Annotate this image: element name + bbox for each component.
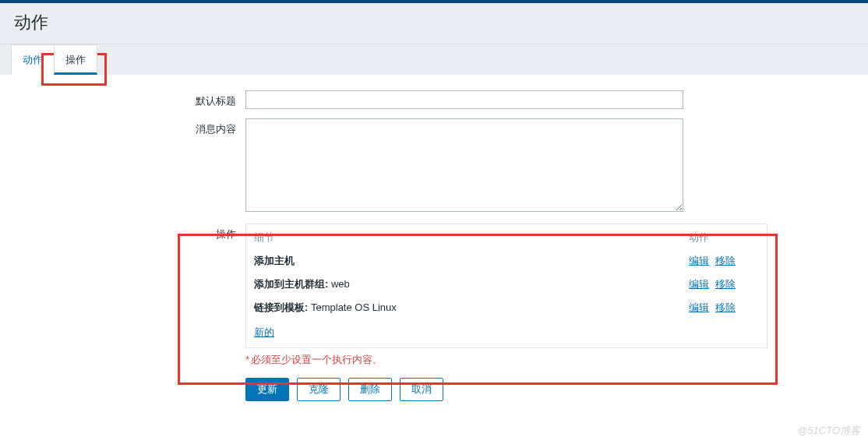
operations-table: 细节 动作 添加主机 编辑 移除 添加到主机群组: web [245,224,767,348]
button-row: 更新 克隆 删除 取消 [245,378,767,401]
col-header-action: 动作 [689,231,759,245]
tab-operations[interactable]: 操作 [54,44,97,75]
row-detail-bold: 链接到模板: [254,301,308,313]
page-header: 动作 [0,3,868,44]
remove-link[interactable]: 移除 [715,277,736,291]
delete-button[interactable]: 删除 [348,378,392,401]
label-default-subject: 默认标题 [0,90,245,108]
row-detail-suffix: web [328,278,349,290]
textarea-default-message[interactable] [245,118,683,212]
remove-link[interactable]: 移除 [715,301,736,315]
label-default-message: 消息内容 [0,118,245,136]
update-button[interactable]: 更新 [245,378,289,401]
page-title: 动作 [14,11,854,44]
table-row: 链接到模板: Template OS Linux 编辑 移除 [246,296,767,319]
new-operation-link[interactable]: 新的 [254,326,274,338]
cancel-button[interactable]: 取消 [400,378,443,401]
row-detail-bold: 添加主机 [254,255,295,266]
input-default-subject[interactable] [245,90,683,109]
row-detail-suffix: Template OS Linux [308,301,396,313]
col-header-detail: 细节 [254,231,689,245]
edit-link[interactable]: 编辑 [689,301,709,315]
tabs-container: 动作 操作 [0,44,868,75]
table-row: 添加到主机群组: web 编辑 移除 [246,273,767,296]
tab-action[interactable]: 动作 [11,44,55,75]
validation-message: *必须至少设置一个执行内容。 [245,348,767,378]
clone-button[interactable]: 克隆 [297,378,340,401]
row-detail-bold: 添加到主机群组: [254,278,328,290]
validation-text: 必须至少设置一个执行内容。 [251,354,383,365]
operations-header: 细节 动作 [246,224,767,249]
table-row: 添加主机 编辑 移除 [246,249,767,273]
form-content: 默认标题 消息内容 操作 细节 动作 添加主机 编辑 [0,75,868,434]
label-operations: 操作 [0,224,245,241]
required-star-icon: * [245,354,249,365]
remove-link[interactable]: 移除 [715,254,736,268]
edit-link[interactable]: 编辑 [689,277,709,291]
edit-link[interactable]: 编辑 [689,254,709,268]
watermark: @51CTO博客 [797,424,860,438]
